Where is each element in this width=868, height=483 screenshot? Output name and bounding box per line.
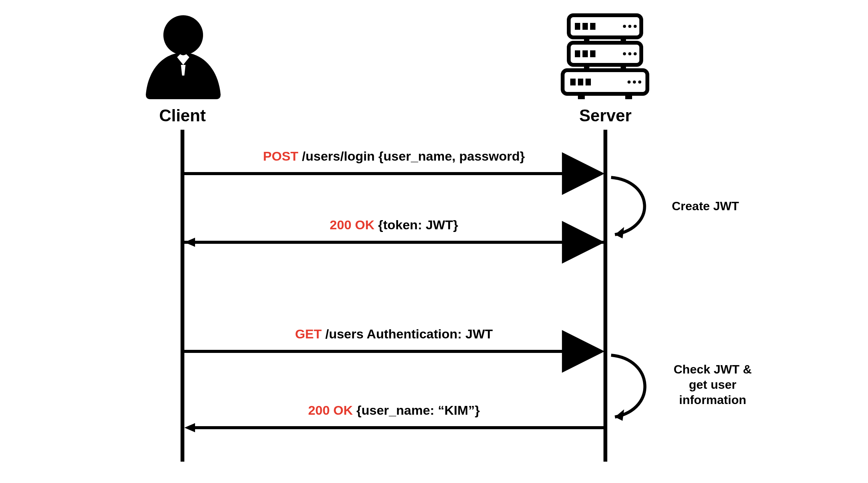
- server-icon: [557, 8, 653, 103]
- message-3-label: GET /users Authentication: JWT: [295, 327, 493, 341]
- message-4-label: 200 OK {user_name: “KIM”}: [308, 403, 480, 418]
- sequence-diagram: Client Server POST /users/login {user_na…: [0, 0, 868, 483]
- message-4-rest: {user_name: “KIM”}: [353, 403, 480, 417]
- svg-point-7: [628, 25, 631, 28]
- message-1-method: POST: [263, 149, 298, 163]
- client-lifeline: [181, 130, 184, 462]
- svg-point-17: [634, 52, 637, 55]
- server-label: Server: [579, 106, 631, 125]
- svg-rect-22: [578, 79, 583, 85]
- message-1-rest: /users/login {user_name, password}: [298, 149, 525, 163]
- message-2-method: 200 OK: [330, 217, 374, 232]
- svg-rect-14: [590, 50, 595, 57]
- svg-rect-4: [582, 23, 588, 30]
- message-4-method: 200 OK: [308, 403, 353, 417]
- message-2-rest: {token: JWT}: [374, 217, 458, 232]
- message-3-rest: /users Authentication: JWT: [322, 327, 493, 341]
- message-1-label: POST /users/login {user_name, password}: [263, 149, 525, 164]
- arrow-1-right: [184, 168, 603, 179]
- svg-point-6: [623, 25, 626, 28]
- svg-point-16: [628, 52, 631, 55]
- svg-rect-5: [590, 23, 595, 30]
- message-3-method: GET: [295, 327, 322, 341]
- message-2-label: 200 OK {token: JWT}: [330, 217, 458, 232]
- arrow-3-right: [184, 346, 603, 357]
- svg-rect-28: [625, 94, 632, 99]
- svg-point-24: [628, 80, 631, 84]
- server-lifeline: [603, 130, 607, 462]
- svg-rect-27: [578, 94, 585, 99]
- svg-point-26: [638, 80, 641, 84]
- self-loop-1: [607, 174, 668, 242]
- note-check-jwt: Check JWT & get user information: [669, 362, 757, 407]
- note-create-jwt: Create JWT: [672, 198, 739, 214]
- arrow-4-left: [184, 422, 603, 433]
- self-loop-2: [607, 351, 668, 424]
- svg-point-25: [633, 80, 636, 84]
- svg-marker-35: [184, 423, 195, 432]
- arrow-2-left-ovl: [184, 237, 603, 248]
- svg-rect-13: [582, 50, 588, 57]
- svg-rect-12: [575, 50, 580, 57]
- svg-point-8: [634, 25, 637, 28]
- svg-rect-21: [570, 79, 576, 85]
- svg-point-15: [623, 52, 626, 55]
- svg-point-0: [163, 15, 203, 55]
- svg-marker-32: [184, 238, 195, 247]
- client-label: Client: [159, 106, 206, 125]
- svg-rect-3: [575, 23, 580, 30]
- svg-rect-23: [586, 79, 591, 85]
- user-icon: [141, 11, 225, 99]
